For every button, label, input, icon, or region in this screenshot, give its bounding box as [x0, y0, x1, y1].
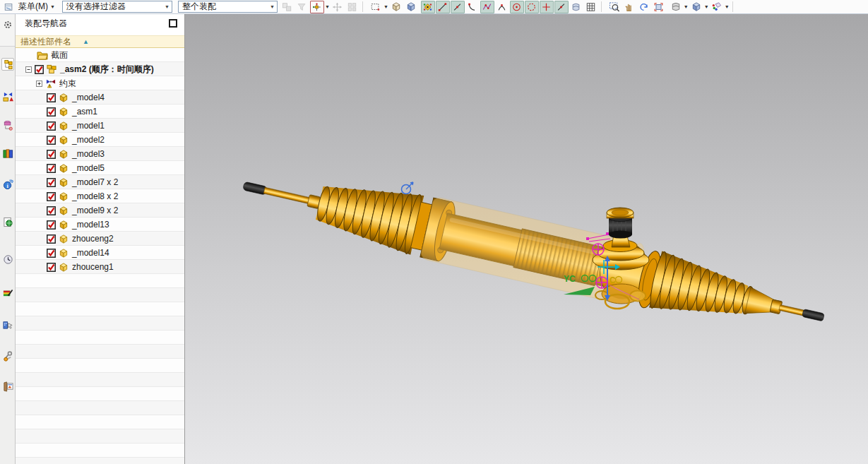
tree-row-asm2[interactable]: _asm2 (顺序：时间顺序)	[16, 62, 184, 76]
zoom-button[interactable]	[607, 1, 622, 13]
face-rule-button[interactable]	[569, 1, 583, 13]
chevron-down-icon[interactable]: ▼	[725, 4, 730, 9]
tree-row-component[interactable]: _model8 x 2	[16, 189, 184, 203]
pattern-component-button[interactable]	[345, 1, 359, 13]
checkbox-checked-icon[interactable]	[47, 150, 56, 159]
checkbox-checked-icon[interactable]	[35, 65, 44, 74]
part-cube-icon	[58, 149, 69, 159]
checkbox-checked-icon[interactable]	[47, 249, 56, 258]
tree-row-component[interactable]: _model3	[16, 147, 184, 161]
mid-point-snap-button[interactable]	[451, 1, 465, 13]
tree-row-component[interactable]: _asm1	[16, 105, 184, 119]
grid-table-button[interactable]	[584, 1, 598, 13]
checkbox-checked-icon[interactable]	[47, 234, 56, 244]
assembly-navigator-icon	[3, 59, 13, 70]
chevron-down-icon[interactable]: ▼	[384, 4, 388, 9]
arc-center-snap-button[interactable]	[495, 1, 509, 13]
menu-button[interactable]: 菜单(M) ▼	[16, 1, 58, 13]
column-header[interactable]: 描述性部件名 ▲	[16, 35, 184, 48]
rotate-button[interactable]	[637, 1, 651, 13]
control-point-snap-button[interactable]	[465, 1, 480, 13]
collapse-minus-icon[interactable]	[25, 66, 32, 73]
left-clamp-constraint-glyph	[402, 182, 414, 194]
constraint-navigator-tab[interactable]	[1, 90, 14, 103]
work-section-button[interactable]	[389, 1, 403, 13]
tree-row-component[interactable]: _model9 x 2	[16, 203, 184, 218]
web-browser-tab[interactable]	[1, 215, 14, 228]
filter-button[interactable]	[295, 1, 309, 13]
tree-row-component[interactable]: zhouceng2	[16, 232, 184, 246]
grid-icon	[585, 2, 596, 12]
toolbar-separator	[601, 1, 602, 12]
tree-row-component[interactable]: _model7 x 2	[16, 175, 184, 189]
quadrant-snap-button[interactable]	[510, 1, 524, 13]
pan-button[interactable]	[622, 1, 636, 13]
tree-row-sections[interactable]: 截面	[16, 48, 184, 62]
reuse-library-tab[interactable]	[1, 147, 14, 160]
undock-panel-button[interactable]	[169, 19, 177, 28]
point-dialog-button[interactable]	[421, 1, 435, 13]
tree-row-component[interactable]: _model1	[16, 119, 184, 133]
tooling-tab[interactable]	[1, 350, 14, 362]
assembly-navigator-tab[interactable]	[1, 58, 14, 71]
right-tie-rod-tip[interactable]	[802, 309, 825, 321]
graphics-window[interactable]: YC C	[185, 14, 868, 464]
visualization-button[interactable]	[710, 1, 724, 13]
checkbox-checked-icon[interactable]	[47, 107, 56, 117]
checkbox-checked-icon[interactable]	[47, 192, 56, 201]
selection-scope-value: 整个装配	[182, 1, 216, 13]
right-bellows-boot[interactable]	[648, 251, 759, 330]
tree-row-component[interactable]: _model5	[16, 161, 184, 175]
material-palette-icon	[3, 287, 13, 298]
selection-filter-combo[interactable]: 没有选择过滤器 ▼	[62, 1, 172, 13]
plus-point-snap-button[interactable]	[540, 1, 554, 13]
materials-tab[interactable]	[1, 286, 14, 299]
move-icon	[332, 2, 343, 12]
checkbox-checked-icon[interactable]	[47, 220, 56, 230]
chevron-down-icon[interactable]: ▼	[704, 4, 709, 9]
checkbox-checked-icon[interactable]	[47, 136, 56, 145]
checkbox-checked-icon[interactable]	[47, 263, 56, 272]
left-bellows-boot[interactable]	[312, 173, 424, 255]
left-tie-rod[interactable]	[263, 187, 310, 203]
tree-row-component[interactable]: _model2	[16, 133, 184, 147]
fit-view-button[interactable]	[652, 1, 666, 13]
checkbox-checked-icon[interactable]	[47, 121, 56, 131]
touch-panel-tab[interactable]	[1, 380, 14, 393]
assembly-context-button[interactable]	[280, 1, 295, 13]
selection-scope-combo[interactable]: 整个装配 ▼	[178, 1, 278, 13]
render-style-button[interactable]	[669, 1, 683, 13]
checkbox-checked-icon[interactable]	[47, 93, 56, 102]
rectangle-select-button[interactable]	[369, 1, 383, 13]
pattern-icon	[347, 2, 357, 12]
snap-point-button[interactable]	[310, 1, 324, 13]
part-navigator-tab[interactable]	[1, 119, 14, 131]
tools-icon	[3, 351, 13, 362]
history-tab[interactable]	[1, 253, 14, 266]
chevron-down-icon[interactable]: ▼	[325, 4, 330, 9]
render-style-icon	[670, 1, 682, 12]
tree-row-component[interactable]: _model13	[16, 218, 184, 232]
section-cube-button[interactable]	[404, 1, 418, 13]
tree-row-component[interactable]: zhouceng1	[16, 260, 184, 274]
shaded-view-button[interactable]	[689, 1, 703, 13]
visual-reports-tab[interactable]	[1, 318, 14, 331]
expand-plus-icon[interactable]	[36, 81, 42, 87]
sort-ascending-icon[interactable]: ▲	[83, 38, 89, 45]
hd3d-tools-tab[interactable]: i	[1, 178, 14, 191]
tree-row-component[interactable]: _model4	[16, 90, 184, 105]
checkbox-checked-icon[interactable]	[47, 206, 56, 215]
tree-row-constraints[interactable]: 约束	[16, 76, 184, 90]
intersection-snap-button[interactable]	[480, 1, 494, 13]
resource-options-button[interactable]	[1, 18, 14, 31]
existing-point-snap-button[interactable]	[525, 1, 539, 13]
checkbox-checked-icon[interactable]	[47, 178, 56, 187]
chevron-down-icon[interactable]: ▼	[684, 4, 689, 9]
tree-row-component[interactable]: _model14	[16, 246, 184, 260]
checkbox-checked-icon[interactable]	[47, 164, 56, 173]
move-component-button[interactable]	[331, 1, 345, 13]
point-on-curve-snap-button[interactable]	[554, 1, 569, 13]
existing-point-icon	[526, 2, 537, 12]
end-point-snap-button[interactable]	[436, 1, 450, 13]
tree-row-label: _model4	[72, 93, 105, 102]
